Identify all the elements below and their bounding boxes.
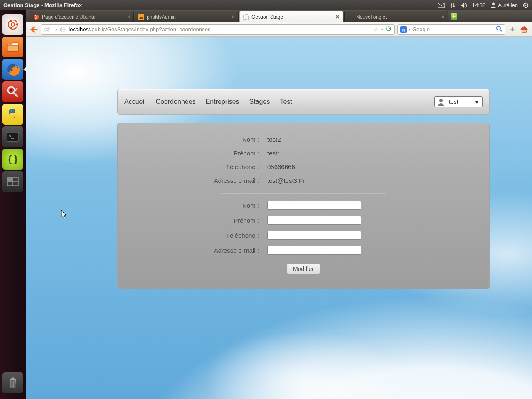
window-title: Gestion Stage - Mozilla Firefox [3, 2, 82, 8]
launcher-firefox[interactable] [2, 59, 23, 80]
url-path: /public/GesStages/index.php?action=coord… [90, 26, 211, 32]
search-bar[interactable]: g ▾ Google [397, 24, 505, 35]
form-label-email: Adresse e-mail : [118, 247, 267, 254]
nav-entreprises[interactable]: Entreprises [206, 98, 239, 106]
nav-coordonnees[interactable]: Coordonnées [156, 98, 196, 106]
bookmark-star-icon[interactable]: ☆ [374, 26, 379, 32]
svg-point-46 [439, 99, 443, 102]
close-icon[interactable]: × [127, 14, 130, 20]
page-icon [243, 14, 249, 20]
input-tel[interactable] [267, 231, 361, 240]
tab-ubuntu[interactable]: Page d'accueil d'Ubuntu × [30, 11, 134, 22]
svg-text:>_: >_ [9, 134, 14, 139]
svg-rect-37 [48, 27, 49, 29]
tab-gestion-stage[interactable]: Gestion Stage ✕ [239, 11, 343, 22]
chevron-right-icon: › [53, 26, 59, 32]
tab-label: Gestion Stage [251, 14, 283, 20]
launcher-dash[interactable] [2, 14, 23, 35]
user-select[interactable]: test ▼ [434, 96, 483, 107]
input-email[interactable] [267, 246, 361, 255]
svg-point-31 [35, 18, 36, 19]
reload-icon[interactable] [386, 26, 392, 33]
firefox-window: Page d'accueil d'Ubuntu × phpMyAdmin × G… [26, 10, 532, 399]
input-nom[interactable] [267, 201, 361, 210]
mail-icon[interactable] [438, 2, 445, 8]
svg-rect-9 [7, 45, 18, 51]
nav-test[interactable]: Test [280, 98, 292, 106]
svg-point-12 [10, 89, 12, 91]
svg-rect-45 [522, 30, 526, 32]
downloads-button[interactable] [508, 25, 517, 34]
volume-icon[interactable] [461, 2, 467, 8]
value-tel: 05666666 [267, 163, 295, 170]
identity-icon[interactable] [44, 26, 50, 33]
svg-point-30 [35, 15, 36, 16]
svg-rect-33 [244, 15, 249, 20]
svg-point-29 [38, 16, 39, 17]
firefox-toolbar: › localhost/public/GesStages/index.php?a… [26, 22, 532, 37]
search-placeholder: Google [412, 26, 430, 32]
tab-nouvel-onglet[interactable]: Nouvel onglet × [344, 11, 448, 22]
svg-point-41 [497, 26, 500, 30]
svg-point-6 [16, 24, 18, 26]
svg-rect-21 [7, 177, 13, 182]
value-email: test@test3.Fr [267, 177, 305, 184]
user-selected: test [449, 99, 458, 105]
dropdown-caret-icon[interactable]: ▾ [409, 27, 411, 32]
launcher-braces[interactable]: { } [2, 149, 23, 170]
svg-point-5 [11, 23, 15, 26]
url-bar[interactable]: › localhost/public/GesStages/index.php?a… [41, 24, 395, 35]
os-top-bar: Gestion Stage - Mozilla Firefox 14:38 Au… [0, 0, 532, 10]
launcher-workspace[interactable] [2, 171, 23, 192]
svg-point-14 [11, 111, 12, 112]
app-navbar: Accueil Coordonnées Entreprises Stages T… [117, 89, 490, 115]
url-host: localhost [69, 26, 90, 32]
tab-phpmyadmin[interactable]: phpMyAdmin × [135, 11, 239, 22]
search-icon[interactable] [496, 25, 502, 33]
value-prenom: testr [267, 150, 279, 157]
divider [221, 193, 386, 194]
close-icon[interactable]: ✕ [335, 14, 340, 20]
launcher-files[interactable] [2, 37, 23, 57]
launcher-settings[interactable] [2, 81, 23, 102]
home-button[interactable] [520, 25, 529, 34]
new-tab-button[interactable]: + [449, 11, 459, 22]
input-prenom[interactable] [267, 216, 361, 225]
launcher-trash[interactable] [2, 372, 23, 393]
user-icon [437, 98, 445, 106]
clock[interactable]: 14:38 [472, 2, 486, 8]
user-menu[interactable]: Aurélien [490, 2, 518, 8]
mouse-cursor [61, 210, 68, 219]
svg-point-1 [492, 3, 495, 5]
power-icon[interactable] [523, 2, 529, 8]
close-icon[interactable]: × [441, 14, 444, 20]
svg-line-42 [500, 30, 502, 31]
launcher-terminal[interactable]: >_ [2, 126, 23, 147]
close-icon[interactable]: × [232, 14, 235, 20]
svg-rect-23 [11, 377, 15, 379]
nav-accueil[interactable]: Accueil [124, 98, 146, 106]
user-icon [490, 2, 496, 8]
launcher-python[interactable] [2, 104, 23, 125]
label-tel: Téléphone : [118, 163, 267, 170]
firefox-tabstrip: Page d'accueil d'Ubuntu × phpMyAdmin × G… [26, 10, 532, 22]
value-nom: test2 [267, 136, 281, 143]
label-email: Adresse e-mail : [118, 177, 267, 184]
network-icon[interactable] [450, 2, 456, 8]
form-label-prenom: Prénom : [118, 217, 267, 224]
tab-label: Nouvel onglet [356, 14, 387, 20]
ubuntu-icon [34, 14, 39, 20]
back-button[interactable] [29, 25, 38, 34]
content-panel: Nom :test2 Prénom :testr Téléphone :0566… [117, 123, 490, 289]
svg-point-35 [46, 28, 48, 31]
label-nom: Nom : [118, 136, 267, 143]
nav-stages[interactable]: Stages [249, 98, 270, 106]
form-label-tel: Téléphone : [118, 232, 267, 239]
svg-point-15 [14, 117, 15, 118]
globe-icon [59, 26, 66, 33]
dropdown-caret-icon[interactable]: ▾ [381, 27, 383, 32]
svg-point-8 [10, 27, 12, 29]
label-prenom: Prénom : [118, 150, 267, 157]
phpmyadmin-icon [138, 14, 144, 20]
submit-button[interactable]: Modifier [287, 264, 320, 274]
